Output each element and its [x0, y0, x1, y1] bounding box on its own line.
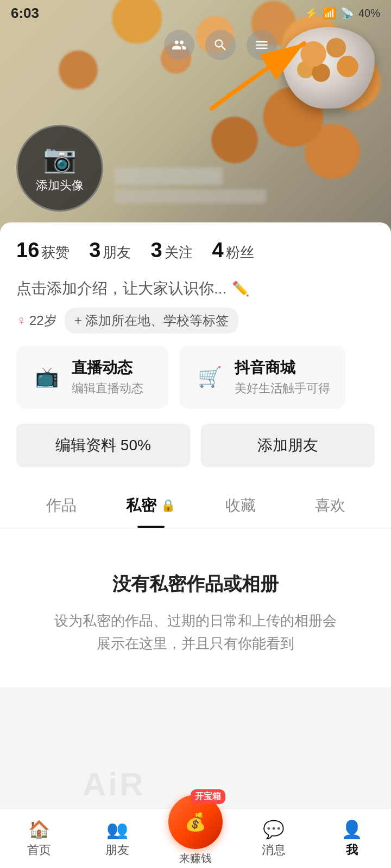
edit-profile-label: 编辑资料 50% [55, 435, 151, 456]
stat-followers[interactable]: 4 粉丝 [212, 239, 254, 262]
lock-icon: 🔒 [161, 499, 175, 513]
nav-friends[interactable]: 👥 朋友 [78, 819, 156, 858]
message-icon: 💬 [263, 819, 285, 840]
bottom-spacer [0, 687, 391, 752]
nav-profile-label: 我 [346, 842, 358, 858]
age-tag: ♀ 22岁 [16, 312, 57, 329]
nav-message-label: 消息 [262, 842, 286, 858]
followers-label: 粉丝 [226, 243, 254, 262]
nav-profile[interactable]: 👤 我 [313, 819, 391, 858]
cart-icon: 🛒 [194, 362, 225, 392]
status-bar: 6:03 ⚡ 📶 📡 40% [0, 0, 391, 26]
action-buttons: 编辑资料 50% 添加朋友 [16, 424, 375, 467]
tab-private-label: 私密 [126, 495, 156, 516]
empty-desc: 设为私密的作品、过期的日常和上传的相册会展示在这里，并且只有你能看到 [54, 610, 337, 655]
empty-state: 没有私密作品或相册 设为私密的作品、过期的日常和上传的相册会展示在这里，并且只有… [16, 528, 375, 687]
stat-following[interactable]: 3 关注 [150, 239, 192, 262]
bluetooth-icon: ⚡ [305, 7, 318, 20]
live-feature-card[interactable]: 📺 直播动态 编辑直播动态 [16, 346, 168, 409]
signal-icon: 📡 [340, 7, 354, 20]
tab-private[interactable]: 私密 🔒 [106, 483, 195, 528]
edit-profile-button[interactable]: 编辑资料 50% [16, 424, 190, 467]
wifi-icon: 📶 [323, 7, 336, 20]
tab-likes-label: 喜欢 [315, 495, 345, 516]
air-watermark: AiR [83, 765, 145, 803]
live-title: 直播动态 [72, 358, 143, 378]
nav-home-label: 首页 [27, 842, 51, 858]
friends-count: 3 [89, 239, 100, 262]
tv-icon: 📺 [31, 362, 62, 392]
add-tag-button[interactable]: + 添加所在地、学校等标签 [65, 308, 239, 334]
nav-home[interactable]: 🏠 首页 [0, 819, 78, 858]
feature-row: 📺 直播动态 编辑直播动态 🛒 抖音商城 美好生活触手可得 [16, 346, 375, 409]
profile-nav-icon: 👤 [341, 819, 363, 840]
empty-title: 没有私密作品或相册 [112, 572, 279, 597]
tab-works-label: 作品 [46, 495, 77, 516]
avatar-circle[interactable]: 📷 添加头像 [16, 125, 103, 212]
status-icons: ⚡ 📶 📡 40% [305, 7, 380, 20]
status-time: 6:03 [11, 5, 39, 22]
people-icon [172, 37, 187, 53]
main-content: 16 获赞 3 朋友 3 关注 4 粉丝 点击添加介绍，让大家认识你... ✏️… [0, 222, 391, 687]
add-tag-label: + 添加所在地、学校等标签 [74, 312, 229, 329]
tab-bar: 作品 私密 🔒 收藏 喜欢 [0, 483, 391, 528]
camera-icon: 📷 [43, 143, 77, 174]
live-subtitle: 编辑直播动态 [72, 380, 143, 397]
arrow-annotation [201, 33, 320, 119]
friends-label: 朋友 [103, 243, 131, 262]
friends-nav-icon: 👥 [106, 819, 128, 840]
arrow-svg [201, 33, 320, 119]
stats-row: 16 获赞 3 朋友 3 关注 4 粉丝 [16, 239, 375, 262]
earn-badge: 开宝箱 [191, 789, 225, 804]
shop-subtitle: 美好生活触手可得 [235, 380, 330, 397]
bio-row[interactable]: 点击添加介绍，让大家认识你... ✏️ [16, 278, 375, 299]
likes-count: 16 [16, 239, 39, 262]
bottom-navigation: 🏠 首页 👥 朋友 开宝箱 💰 来赚钱 💬 消息 👤 我 [0, 808, 391, 868]
nav-friends-label: 朋友 [105, 842, 129, 858]
following-count: 3 [150, 239, 162, 262]
tab-collect[interactable]: 收藏 [195, 483, 285, 528]
tab-collect-label: 收藏 [225, 495, 256, 516]
nav-earn[interactable]: 开宝箱 💰 来赚钱 [156, 811, 235, 866]
battery-level: 40% [358, 7, 380, 20]
add-friend-button[interactable]: 添加朋友 [201, 424, 375, 467]
bio-section: 点击添加介绍，让大家认识你... ✏️ ♀ 22岁 + 添加所在地、学校等标签 [16, 278, 375, 334]
bio-placeholder: 点击添加介绍，让大家认识你... [16, 278, 226, 299]
nav-earn-label: 来赚钱 [179, 851, 212, 866]
friends-button[interactable] [164, 30, 194, 60]
user-id-blurred [114, 189, 266, 203]
tab-likes[interactable]: 喜欢 [285, 483, 375, 528]
likes-label: 获赞 [41, 243, 70, 262]
earn-money-button[interactable]: 开宝箱 💰 [168, 795, 223, 849]
shop-feature-card[interactable]: 🛒 抖音商城 美好生活触手可得 [179, 346, 345, 409]
age-text: 22岁 [29, 312, 57, 329]
username-blurred [114, 168, 223, 185]
avatar-label: 添加头像 [36, 177, 84, 194]
followers-count: 4 [212, 239, 224, 262]
username-area [114, 168, 380, 203]
stat-friends[interactable]: 3 朋友 [89, 239, 131, 262]
shop-title: 抖音商城 [235, 358, 330, 378]
bio-edit-icon[interactable]: ✏️ [232, 280, 249, 297]
nav-message[interactable]: 💬 消息 [235, 819, 313, 858]
add-friend-label: 添加朋友 [257, 435, 318, 456]
stat-likes[interactable]: 16 获赞 [16, 239, 70, 262]
shop-feature-text: 抖音商城 美好生活触手可得 [235, 358, 330, 397]
live-feature-text: 直播动态 编辑直播动态 [72, 358, 143, 397]
home-icon: 🏠 [28, 819, 50, 840]
following-label: 关注 [165, 243, 193, 262]
avatar-section[interactable]: 📷 添加头像 [16, 125, 103, 212]
tags-row: ♀ 22岁 + 添加所在地、学校等标签 [16, 308, 375, 334]
tab-works[interactable]: 作品 [16, 483, 106, 528]
header-banner: 📷 添加头像 [0, 0, 391, 233]
gender-icon: ♀ [16, 313, 26, 328]
